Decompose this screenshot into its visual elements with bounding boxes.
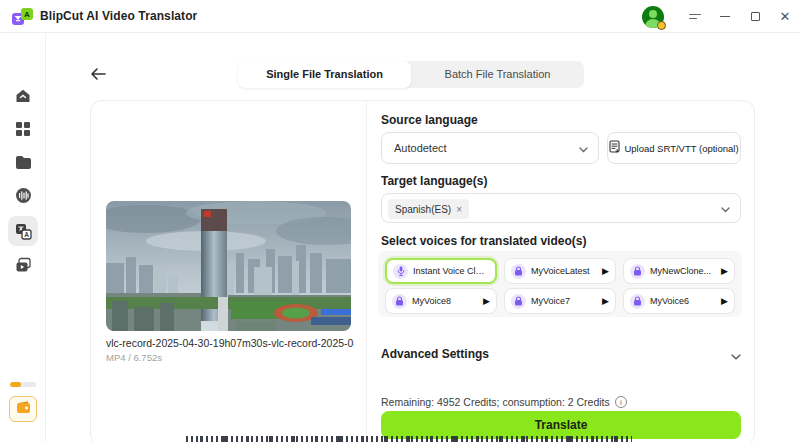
blipcut-logo-icon: A	[12, 8, 34, 26]
translate-button[interactable]: Translate	[381, 411, 741, 439]
audio-globe-icon	[15, 187, 32, 204]
maximize-button[interactable]	[740, 0, 770, 33]
wallet-icon	[16, 400, 31, 418]
advanced-settings-label: Advanced Settings	[381, 347, 489, 361]
tab-batch-file-translation[interactable]: Batch File Translation	[411, 61, 584, 88]
close-icon: ✕	[780, 10, 791, 23]
maximize-icon	[751, 12, 760, 21]
translation-mode-tabs: Single File Translation Batch File Trans…	[238, 61, 584, 88]
back-button[interactable]	[86, 62, 110, 86]
home-icon	[14, 87, 32, 105]
app-window: A BlipCut AI Video Translator ✕	[0, 0, 800, 442]
sidebar: A	[0, 34, 46, 442]
sidebar-item-clips[interactable]	[8, 250, 38, 280]
translate-icon: A	[15, 223, 32, 240]
credits-info: Remaining: 4952 Credits; consumption: 2 …	[381, 396, 627, 408]
form-panel: Source language Autodetect Upload SRT/VT…	[381, 101, 741, 442]
upload-doc-icon	[609, 139, 620, 157]
play-icon[interactable]: ▶	[602, 296, 609, 306]
source-language-value: Autodetect	[394, 142, 447, 154]
video-clips-icon	[15, 257, 32, 274]
lock-icon	[511, 294, 526, 309]
source-language-select[interactable]: Autodetect	[381, 132, 599, 164]
video-thumbnail[interactable]	[106, 201, 351, 331]
advanced-settings-toggle[interactable]: Advanced Settings	[381, 344, 741, 360]
play-icon[interactable]: ▶	[602, 266, 609, 276]
sidebar-item-translate[interactable]: A	[8, 216, 38, 246]
window-controls: ✕	[642, 0, 800, 33]
voice-name: MyVoice7	[531, 296, 597, 306]
sidebar-item-home[interactable]	[8, 81, 38, 111]
voice-option-instant-clone[interactable]: Instant Voice Clone	[385, 258, 497, 284]
folder-icon	[15, 155, 32, 170]
tab-single-file-translation[interactable]: Single File Translation	[238, 61, 411, 88]
minimize-button[interactable]	[710, 0, 740, 33]
voice-name: MyVoiceLatest	[531, 266, 597, 276]
sidebar-item-audio[interactable]	[8, 180, 38, 210]
target-language-select[interactable]: Spanish(ES) ×	[381, 193, 741, 223]
wallet-button[interactable]	[9, 396, 37, 422]
voice-name: Instant Voice Clone	[413, 266, 489, 276]
upload-srt-button[interactable]: Upload SRT/VTT (optional)	[607, 132, 741, 164]
sidebar-item-files[interactable]	[8, 147, 38, 177]
remove-tag-icon[interactable]: ×	[456, 204, 462, 215]
app-title: BlipCut AI Video Translator	[40, 0, 197, 33]
select-voices-label: Select voices for translated video(s)	[381, 234, 586, 248]
credits-progress	[10, 382, 36, 387]
chevron-down-icon	[721, 199, 730, 217]
premium-badge-icon	[657, 21, 666, 30]
app-menu-button[interactable]	[680, 0, 710, 33]
play-icon[interactable]: ▶	[721, 266, 728, 276]
lock-icon	[392, 294, 407, 309]
file-name: vlc-record-2025-04-30-19h07m30s-vlc-reco…	[106, 337, 354, 349]
clipped-text-strip	[186, 436, 632, 442]
hamburger-icon	[689, 11, 701, 22]
user-avatar[interactable]	[642, 6, 664, 28]
target-language-label: Target language(s)	[381, 174, 487, 188]
voice-option-myvoicelatest[interactable]: MyVoiceLatest ▶	[504, 258, 616, 284]
svg-text:A: A	[24, 230, 29, 237]
lock-icon	[630, 264, 645, 279]
play-icon[interactable]: ▶	[483, 296, 490, 306]
mic-icon	[393, 264, 408, 279]
back-arrow-icon	[89, 67, 107, 81]
minimize-icon	[720, 16, 730, 18]
voice-option-myvoice6[interactable]: MyVoice6 ▶	[623, 288, 735, 314]
voice-options-panel: Instant Voice Clone MyVoiceLatest ▶ MyNe…	[378, 251, 742, 317]
upload-srt-label: Upload SRT/VTT (optional)	[624, 143, 738, 154]
lock-icon	[630, 294, 645, 309]
lock-icon	[511, 264, 526, 279]
voice-name: MyVoice6	[650, 296, 716, 306]
panel-divider	[366, 101, 367, 442]
apps-grid-icon	[15, 121, 31, 137]
translation-card: vlc-record-2025-04-30-19h07m30s-vlc-reco…	[90, 100, 755, 442]
file-meta: MP4 / 6.752s	[106, 352, 162, 363]
sidebar-item-apps[interactable]	[8, 114, 38, 144]
voice-name: MyNewClone...	[650, 266, 716, 276]
language-tag-label: Spanish(ES)	[395, 204, 451, 215]
info-icon[interactable]: i	[615, 396, 627, 408]
source-language-label: Source language	[381, 113, 478, 127]
chevron-down-icon	[579, 139, 588, 157]
close-button[interactable]: ✕	[770, 0, 800, 33]
chevron-down-icon	[731, 346, 741, 364]
voice-option-myvoice7[interactable]: MyVoice7 ▶	[504, 288, 616, 314]
voice-option-mynewclone[interactable]: MyNewClone... ▶	[623, 258, 735, 284]
language-tag: Spanish(ES) ×	[388, 199, 469, 219]
svg-text:A: A	[24, 10, 30, 19]
titlebar: A BlipCut AI Video Translator ✕	[0, 0, 800, 33]
play-icon[interactable]: ▶	[721, 296, 728, 306]
credits-text: Remaining: 4952 Credits; consumption: 2 …	[381, 396, 610, 408]
voice-option-myvoice8[interactable]: MyVoice8 ▶	[385, 288, 497, 314]
voice-name: MyVoice8	[412, 296, 478, 306]
